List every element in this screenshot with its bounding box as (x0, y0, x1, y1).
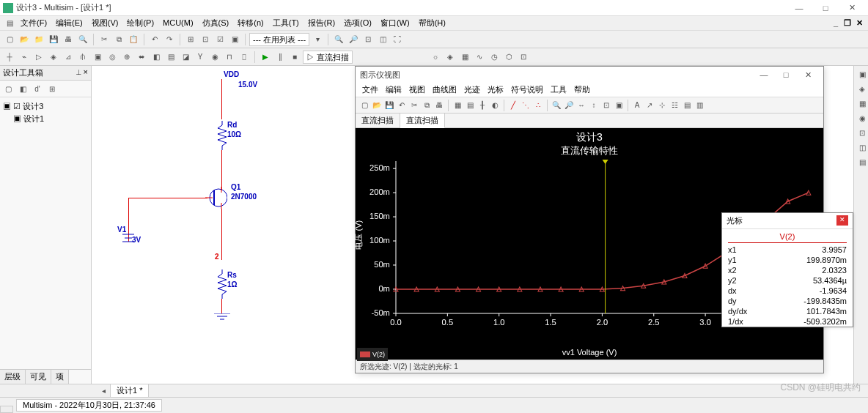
menu-item[interactable]: 转移(n) (233, 18, 268, 27)
zoom-area-icon[interactable]: ◫ (376, 33, 389, 46)
ri-2-icon[interactable]: ◈ (856, 82, 868, 95)
grapher-close-button[interactable]: ✕ (797, 70, 819, 80)
schematic-canvas[interactable]: VDD 15.0V Rd 10Ω Q1 2N7000 V1 3V 2 Rs 1Ω (92, 66, 853, 384)
g-legend-icon[interactable]: ▤ (464, 100, 476, 111)
menu-item[interactable]: 报告(R) (304, 18, 339, 27)
g-new-icon[interactable]: ▢ (358, 100, 370, 111)
menu-item[interactable]: 工具(T) (268, 18, 304, 27)
comp-7-icon[interactable]: ▣ (91, 51, 104, 64)
menu-item[interactable]: 帮助(H) (414, 18, 450, 27)
sidebar-tab[interactable]: 层级 (0, 370, 26, 384)
g-cursor-icon[interactable]: ╂ (477, 100, 488, 111)
g-zoomx-icon[interactable]: ↔ (575, 100, 587, 111)
g-zoomout-icon[interactable]: 🔎 (563, 100, 575, 111)
comp-13-icon[interactable]: ◪ (179, 51, 192, 64)
tb-icon-1[interactable]: ⊞ (184, 33, 197, 46)
g-misc3-icon[interactable]: ▥ (694, 100, 705, 111)
redo-icon[interactable]: ↷ (163, 33, 176, 46)
close-button[interactable]: ✕ (839, 3, 865, 12)
grapher-minimize-button[interactable]: — (753, 70, 775, 79)
g-excel-icon[interactable]: ☷ (669, 100, 680, 111)
sb-tb-4-icon[interactable]: ⊞ (45, 82, 59, 95)
fullscreen-icon[interactable]: ⛶ (391, 33, 404, 46)
design-tab[interactable]: 设计1 * (110, 384, 149, 398)
zoom-out-icon[interactable]: 🔎 (347, 33, 360, 46)
grapher-menu-item[interactable]: 视图 (405, 84, 429, 95)
tab-scroll-left-icon[interactable]: ◂ (97, 384, 110, 398)
tb-icon-2[interactable]: ⊡ (199, 33, 212, 46)
instr-6-icon[interactable]: ⬡ (502, 51, 515, 64)
grapher-menu-item[interactable]: 帮助 (570, 84, 594, 95)
comp-9-icon[interactable]: ⊕ (120, 51, 133, 64)
grapher-menu-item[interactable]: 符号说明 (507, 84, 547, 95)
g-undo-icon[interactable]: ↶ (396, 100, 408, 111)
grapher-menu-item[interactable]: 曲线图 (429, 84, 460, 95)
design-tree[interactable]: ▣ ☑ 设计3 ▣ 设计1 (0, 97, 91, 128)
comp-16-icon[interactable]: ⊓ (223, 51, 236, 64)
menu-item[interactable]: 文件(F) (16, 18, 51, 27)
comp-6-icon[interactable]: ⫛ (76, 51, 89, 64)
spreadsheet-view-tab[interactable]: 电子表格视图 (0, 406, 13, 413)
sidebar-tab[interactable]: 项 (51, 370, 69, 384)
comp-5-icon[interactable]: ⊿ (62, 51, 75, 64)
grapher-tab[interactable]: 直流扫描 (400, 114, 445, 128)
g-text-icon[interactable]: A (631, 100, 643, 111)
g-zoomy-icon[interactable]: ↕ (588, 100, 600, 111)
preview-icon[interactable]: 🔍 (76, 33, 89, 46)
ri-6-icon[interactable]: ◫ (856, 141, 868, 154)
g-zoomin-icon[interactable]: 🔍 (551, 100, 562, 111)
instr-7-icon[interactable]: ⊡ (517, 51, 530, 64)
paste-icon[interactable]: 📋 (127, 33, 140, 46)
copy-icon[interactable]: ⧉ (112, 33, 125, 46)
comp-14-icon[interactable]: Y (194, 51, 207, 64)
g-arrow-icon[interactable]: ↗ (644, 100, 655, 111)
g-m2-icon[interactable]: ⋱ (520, 100, 532, 111)
menu-item[interactable]: 选项(O) (339, 18, 376, 27)
g-zoomall-icon[interactable]: ▣ (613, 100, 625, 111)
comp-10-icon[interactable]: ⬌ (135, 51, 148, 64)
menu-item[interactable]: MCU(M) (158, 18, 198, 27)
menu-item[interactable]: 仿真(S) (198, 18, 234, 27)
sim-action-combo[interactable]: ▷ 直流扫描 (303, 51, 353, 64)
app-menu-icon[interactable]: ▤ (3, 17, 16, 30)
menu-item[interactable]: 视图(V) (87, 18, 123, 27)
new-icon[interactable]: ▢ (3, 33, 16, 46)
mdi-restore-button[interactable]: ❐ (842, 18, 853, 28)
comp-3-icon[interactable]: ▷ (32, 51, 45, 64)
cut-icon[interactable]: ✂ (98, 33, 111, 46)
comp-15-icon[interactable]: ◉ (208, 51, 221, 64)
print-icon[interactable]: 🖶 (62, 33, 75, 46)
instr-2-icon[interactable]: ◈ (444, 51, 457, 64)
open2-icon[interactable]: 📁 (32, 33, 45, 46)
g-print-icon[interactable]: 🖶 (433, 100, 445, 111)
tb-icon-3[interactable]: ☑ (213, 33, 227, 46)
g-open-icon[interactable]: 📂 (371, 100, 383, 111)
g-bw-icon[interactable]: ◐ (489, 100, 501, 111)
minimize-button[interactable]: — (786, 4, 812, 12)
g-cut-icon[interactable]: ✂ (408, 100, 420, 111)
inuse-list-combo[interactable]: --- 在用列表 --- (249, 33, 309, 46)
ri-1-icon[interactable]: ▣ (856, 67, 868, 81)
grapher-tab[interactable]: 直流扫描 (356, 114, 400, 127)
tree-root[interactable]: 设计3 (23, 102, 43, 111)
g-misc2-icon[interactable]: ▤ (681, 100, 693, 111)
cursor-panel[interactable]: 光标 ✕ V(2) x13.9957y1199.8970mx22.0323y25… (721, 212, 853, 327)
undo-icon[interactable]: ↶ (148, 33, 161, 46)
comp-1-icon[interactable]: ┼ (3, 51, 16, 64)
g-m1-icon[interactable]: ╱ (507, 100, 519, 111)
grapher-menu-item[interactable]: 光迹 (460, 84, 484, 95)
menu-item[interactable]: 绘制(P) (122, 18, 158, 27)
zoom-fit-icon[interactable]: ⊡ (361, 33, 375, 46)
comp-17-icon[interactable]: ⌷ (238, 51, 251, 64)
comp-8-icon[interactable]: ◎ (106, 51, 119, 64)
grapher-menu-item[interactable]: 光标 (484, 84, 507, 95)
comp-4-icon[interactable]: ◈ (47, 51, 60, 64)
mdi-minimize-button[interactable]: _ (830, 18, 842, 28)
grapher-menu-item[interactable]: 编辑 (382, 84, 405, 95)
grapher-menu-item[interactable]: 文件 (358, 84, 382, 95)
sb-tb-1-icon[interactable]: ▢ (1, 82, 15, 95)
menu-item[interactable]: 窗口(W) (376, 18, 414, 27)
g-copy-icon[interactable]: ⧉ (421, 100, 433, 111)
comp-12-icon[interactable]: ▤ (164, 51, 177, 64)
maximize-button[interactable]: □ (812, 4, 839, 12)
